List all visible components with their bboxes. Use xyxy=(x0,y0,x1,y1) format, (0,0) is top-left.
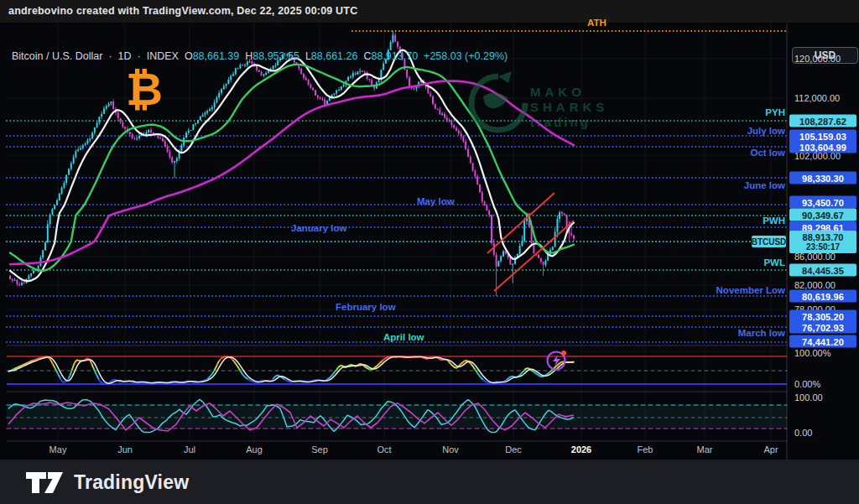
candle-body xyxy=(174,161,175,163)
candle-body xyxy=(124,127,126,128)
candle-body xyxy=(159,138,161,138)
candle-body xyxy=(449,120,450,121)
candle-body xyxy=(162,138,164,142)
candle-body xyxy=(509,257,511,264)
candle-body xyxy=(85,143,86,145)
candle-body xyxy=(206,111,208,112)
candle-body xyxy=(185,132,187,138)
candle-body xyxy=(133,138,135,139)
candle-body xyxy=(406,70,408,78)
candle-body xyxy=(573,235,575,238)
price-badge: 93,450.70 xyxy=(789,196,856,209)
candle-body xyxy=(394,35,396,42)
candle-body xyxy=(33,270,34,273)
candle-body xyxy=(338,90,340,91)
time-axis-label-sep[interactable]: Sep xyxy=(311,444,328,455)
attribution-bar: andrebovino created with TradingView.com… xyxy=(0,0,859,23)
candle-body xyxy=(73,157,75,164)
time-axis-label-aug[interactable]: Aug xyxy=(246,444,263,455)
symbol-header: Bitcoin / U.S. Dollar · 1D · INDEX O88,6… xyxy=(12,49,508,63)
candle-body xyxy=(308,80,310,85)
candle-body xyxy=(350,76,351,77)
candle-body xyxy=(195,123,196,124)
time-axis-label-dec[interactable]: Dec xyxy=(505,444,522,455)
price-scale-label: 82,000.00 xyxy=(794,280,836,290)
time-axis-label-feb[interactable]: Feb xyxy=(638,444,653,455)
candle-body xyxy=(472,163,474,170)
candle-body xyxy=(12,279,13,281)
candle-body xyxy=(261,72,263,75)
candle-body xyxy=(450,121,452,125)
price-badge: 84,445.35 xyxy=(789,264,856,277)
candle-body xyxy=(216,97,217,102)
channel-upper-line xyxy=(487,193,554,253)
candle-body xyxy=(486,205,487,210)
time-axis-label-jul[interactable]: Jul xyxy=(184,444,195,455)
time-axis-label-nov[interactable]: Nov xyxy=(442,444,459,455)
candle-body xyxy=(86,140,88,143)
time-axis-label-may[interactable]: May xyxy=(49,444,67,455)
price-badge: 103,604.99 xyxy=(789,141,856,153)
price-badge: 76,702.93 xyxy=(789,321,856,334)
candle-body xyxy=(49,215,51,224)
candle-body xyxy=(108,103,110,106)
time-axis-label-mar[interactable]: Mar xyxy=(697,444,713,455)
level-label-february-low: February low xyxy=(336,302,396,312)
chart-canvas[interactable]: MAKO SHARKS trading ₿ Bitcoin / U.S. Dol… xyxy=(0,23,859,461)
level-label-may-low: May low xyxy=(417,196,455,206)
candle-body xyxy=(315,90,316,96)
ohlc-close: C88,913.70 xyxy=(363,50,418,62)
candle-body xyxy=(244,65,246,65)
candle-body xyxy=(75,151,76,157)
candle-body xyxy=(200,117,201,120)
candle-body xyxy=(465,142,466,149)
tradingview-brand-name[interactable]: TradingView xyxy=(74,471,189,494)
flash-reaction-icon[interactable] xyxy=(545,348,569,372)
candle-body xyxy=(519,246,521,254)
price-change: +258.03 (+0.29%) xyxy=(424,50,508,62)
candle-body xyxy=(98,117,100,122)
candle-body xyxy=(265,73,267,75)
level-label-ath: ATH xyxy=(587,18,607,28)
timeframe[interactable]: 1D xyxy=(118,50,132,62)
time-axis-label-apr[interactable]: Apr xyxy=(763,444,778,455)
candle-body xyxy=(371,80,372,85)
symbol-name[interactable]: Bitcoin / U.S. Dollar xyxy=(12,50,102,62)
tradingview-logo-icon[interactable] xyxy=(25,471,64,494)
price-scale-label: 100.00% xyxy=(794,348,830,358)
candle-body xyxy=(23,283,25,283)
time-axis-label-jun[interactable]: Jun xyxy=(117,444,133,455)
candle-body xyxy=(392,35,393,42)
candle-body xyxy=(204,113,206,115)
candle-body xyxy=(80,148,81,150)
candle-body xyxy=(341,86,342,90)
candle-body xyxy=(317,96,319,97)
candle-body xyxy=(564,214,565,216)
level-label-oct-low: Oct low xyxy=(750,148,785,158)
level-label-june-low: June low xyxy=(744,180,785,190)
candle-body xyxy=(444,114,445,118)
candle-body xyxy=(484,201,486,205)
time-axis-label-2026[interactable]: 2026 xyxy=(571,444,591,455)
candle-body xyxy=(132,134,133,138)
candle-body xyxy=(242,65,243,65)
candle-body xyxy=(89,138,91,140)
candle-body xyxy=(96,122,98,127)
price-badge: 108,287.62 xyxy=(789,115,856,127)
candle-body xyxy=(164,142,166,147)
candle-body xyxy=(540,258,542,262)
candle-body xyxy=(14,280,16,281)
candle-body xyxy=(237,68,239,69)
candle-body xyxy=(523,221,525,242)
candle-body xyxy=(298,65,299,69)
candle-body xyxy=(188,130,190,132)
candle-body xyxy=(256,66,258,70)
candle-body xyxy=(70,164,72,169)
candle-body xyxy=(300,69,302,74)
candle-body xyxy=(502,251,504,256)
candle-body xyxy=(552,247,554,249)
candle-body xyxy=(230,75,232,79)
exchange: INDEX xyxy=(147,50,179,62)
price-badge: 80,619.96 xyxy=(789,290,856,303)
time-axis-label-oct[interactable]: Oct xyxy=(377,444,391,455)
